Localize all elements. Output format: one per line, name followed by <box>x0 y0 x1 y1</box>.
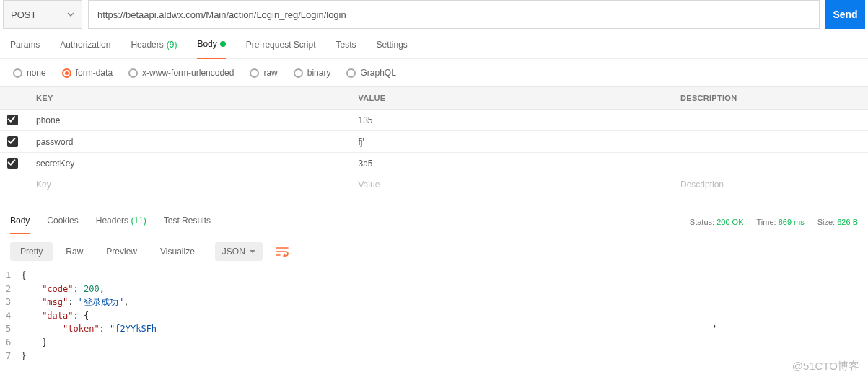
tab-params[interactable]: Params <box>10 39 40 58</box>
tab-headers[interactable]: Headers (9) <box>131 39 177 58</box>
cell-key[interactable]: secretKey <box>29 153 351 174</box>
http-method-select[interactable]: POST <box>3 0 82 29</box>
wrap-lines-button[interactable] <box>271 241 293 262</box>
body-type-row: none form-data x-www-form-urlencoded raw… <box>0 59 868 86</box>
caret-down-icon <box>250 250 255 254</box>
col-key: KEY <box>29 87 351 109</box>
cell-key[interactable]: phone <box>29 110 351 130</box>
cell-desc[interactable] <box>673 131 868 152</box>
cell-value[interactable]: fj' <box>351 131 674 152</box>
format-select[interactable]: JSON <box>215 242 263 261</box>
cell-value-placeholder[interactable]: Value <box>351 174 674 195</box>
wrap-icon <box>276 246 289 257</box>
tab-prerequest[interactable]: Pre-request Script <box>246 39 316 58</box>
radio-urlencoded[interactable]: x-www-form-urlencoded <box>128 68 234 78</box>
kv-header: KEY VALUE DESCRIPTION <box>0 86 868 110</box>
tab-body[interactable]: Body <box>197 39 225 59</box>
cell-desc[interactable] <box>673 110 868 130</box>
radio-form-data[interactable]: form-data <box>62 68 113 78</box>
radio-graphql[interactable]: GraphQL <box>346 68 395 78</box>
cell-desc-placeholder[interactable]: Description <box>673 174 868 195</box>
request-tabs: Params Authorization Headers (9) Body Pr… <box>0 29 868 59</box>
tab-tests[interactable]: Tests <box>336 39 356 58</box>
dot-icon <box>220 41 226 47</box>
response-tabs: Body Cookies Headers (11) Test Results <box>10 216 211 234</box>
cell-value[interactable]: 135 <box>351 110 674 130</box>
http-method-label: POST <box>11 9 36 20</box>
checkbox-icon[interactable] <box>7 115 18 125</box>
col-desc: DESCRIPTION <box>673 87 868 109</box>
cell-desc[interactable] <box>673 153 868 174</box>
tab-authorization[interactable]: Authorization <box>60 39 110 58</box>
cell-value[interactable]: 3a5 <box>351 153 674 174</box>
cell-key[interactable]: password <box>29 131 351 152</box>
view-raw[interactable]: Raw <box>56 242 93 261</box>
cell-key-placeholder[interactable]: Key <box>29 174 351 195</box>
url-input[interactable]: https://betaapi.aldwx.com/Main/action/Lo… <box>88 0 820 29</box>
time-value: 869 ms <box>779 218 805 226</box>
view-visualize[interactable]: Visualize <box>150 242 205 261</box>
rtab-headers[interactable]: Headers (11) <box>96 216 146 234</box>
rtab-test-results[interactable]: Test Results <box>164 216 211 234</box>
view-preview[interactable]: Preview <box>96 242 147 261</box>
table-row[interactable]: phone 135 <box>0 110 868 131</box>
code-content[interactable]: { "code": 200, "msg": "登录成功", "data": { … <box>21 269 717 363</box>
checkbox-icon[interactable] <box>7 136 18 147</box>
status-value: 200 OK <box>716 218 743 226</box>
send-button[interactable]: Send <box>825 0 865 29</box>
text-cursor <box>27 351 27 361</box>
radio-none[interactable]: none <box>13 68 46 78</box>
tab-settings[interactable]: Settings <box>377 39 408 58</box>
size-value: 626 B <box>837 218 858 226</box>
response-meta: Status: 200 OK Time: 869 ms Size: 626 B <box>690 218 858 232</box>
response-view-row: Pretty Raw Preview Visualize JSON <box>0 234 868 269</box>
view-pretty[interactable]: Pretty <box>10 242 53 261</box>
checkbox-icon[interactable] <box>7 158 18 169</box>
table-row[interactable]: secretKey 3a5 <box>0 153 868 174</box>
line-gutter: 1234567 <box>6 269 21 363</box>
rtab-body[interactable]: Body <box>10 216 30 234</box>
radio-raw[interactable]: raw <box>250 68 277 78</box>
rtab-cookies[interactable]: Cookies <box>47 216 78 234</box>
chevron-down-icon <box>67 12 74 17</box>
col-value: VALUE <box>351 87 674 109</box>
table-row-empty[interactable]: Key Value Description <box>0 174 868 195</box>
response-body[interactable]: 1234567 { "code": 200, "msg": "登录成功", "d… <box>0 269 868 363</box>
watermark: @51CTO博客 <box>792 360 859 373</box>
table-row[interactable]: password fj' <box>0 131 868 153</box>
radio-binary[interactable]: binary <box>294 68 331 78</box>
